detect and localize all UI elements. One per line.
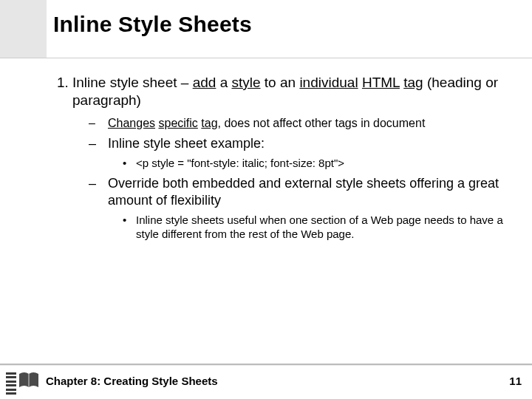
text-underline: HTML (362, 75, 400, 90)
text-underline: tag (403, 75, 423, 90)
bullet-item: Inline style sheets useful when one sect… (123, 213, 504, 242)
text-underline: Changes (108, 117, 155, 129)
main-list: Inline style sheet – add a style to an i… (52, 74, 504, 242)
text-run: Inline style sheet – (72, 75, 193, 90)
footer-chapter: Chapter 8: Creating Style Sheets (46, 375, 218, 387)
text-run: , does not affect other tags in document (218, 117, 426, 129)
title-divider (0, 58, 532, 58)
sub-list: Changes specific tag, does not affect ot… (72, 116, 504, 242)
logo-bars (6, 372, 16, 395)
slide: Inline Style Sheets Inline style sheet –… (0, 0, 532, 399)
text-underline: add (193, 75, 216, 90)
sub-item-1: Changes specific tag, does not affect ot… (89, 116, 504, 131)
text-run: a (216, 75, 231, 90)
text-underline: specific (159, 117, 198, 129)
sub-item-3: Override both embedded and external styl… (89, 175, 504, 242)
text-underline: style (231, 75, 260, 90)
list-item-1: Inline style sheet – add a style to an i… (72, 74, 504, 242)
book-icon (18, 369, 40, 392)
text-run: Inline style sheet example: (108, 136, 265, 151)
page-number: 11 (509, 375, 522, 387)
bullet-list: Inline style sheets useful when one sect… (108, 213, 504, 242)
footer-divider (0, 364, 532, 365)
bullet-list: <p style = "font-style: italic; font-siz… (108, 156, 504, 171)
list-item-1-text: Inline style sheet – add a style to an i… (72, 74, 504, 110)
publisher-logo (6, 369, 41, 396)
text-run: Override both embedded and external styl… (108, 176, 499, 208)
sub-item-2: Inline style sheet example: <p style = "… (89, 135, 504, 171)
text-underline: individual (299, 75, 358, 90)
title-accent-bar (0, 0, 47, 58)
text-run: to an (261, 75, 300, 90)
footer: Chapter 8: Creating Style Sheets 11 (0, 366, 532, 399)
bullet-item: <p style = "font-style: italic; font-siz… (123, 156, 504, 171)
slide-body: Inline style sheet – add a style to an i… (52, 74, 504, 242)
slide-title: Inline Style Sheets (53, 12, 252, 37)
text-underline: tag (201, 117, 217, 129)
